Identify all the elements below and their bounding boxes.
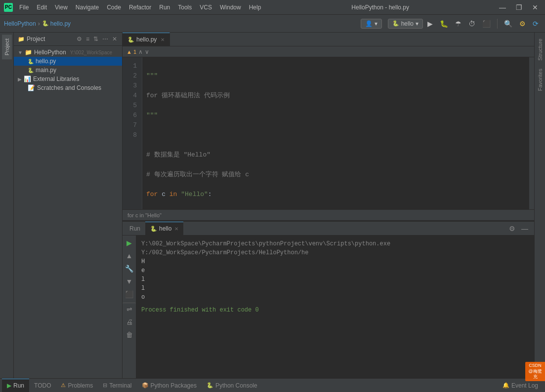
user-button[interactable]: 👤 ▾ <box>361 19 382 29</box>
problems-tab[interactable]: ⚠ Problems <box>56 379 98 392</box>
panel-settings-btn[interactable]: ⚙ <box>76 35 83 43</box>
code-line-2: for 循环基础用法 代码示例 <box>146 91 525 101</box>
line-num-1: 1 <box>123 61 140 71</box>
panel-collapse-btn[interactable]: ≡ <box>85 35 90 43</box>
code-editor[interactable]: """ for 循环基础用法 代码示例 """ # 数据集是 "Hello" #… <box>142 57 529 209</box>
far-right-tabs: Structure Favorites <box>534 33 545 378</box>
coverage-button[interactable]: ☂ <box>453 18 464 29</box>
breadcrumb-file[interactable]: hello.py <box>50 20 71 27</box>
warning-nav-down[interactable]: ∨ <box>145 48 149 55</box>
run-config-arrow: ▾ <box>416 20 419 27</box>
user-dropdown-arrow: ▾ <box>375 20 377 27</box>
menu-refactor[interactable]: Refactor <box>126 3 155 12</box>
menu-window[interactable]: Window <box>216 3 245 12</box>
update-button[interactable]: ⟳ <box>530 18 541 29</box>
tree-scratches[interactable]: 📝 Scratches and Consoles <box>14 83 122 92</box>
bottom-minus-btn[interactable]: — <box>519 224 530 234</box>
editor-scrollbar[interactable] <box>529 57 534 209</box>
file-hello-label: hello.py <box>36 58 56 65</box>
warning-nav-up[interactable]: ∧ <box>138 48 143 55</box>
project-panel: 📁 Project ⚙ ≡ ⇅ ⋯ ✕ ▼ 📁 HelloPython Y:\0… <box>14 33 123 378</box>
favorites-tab[interactable]: Favorites <box>536 65 545 95</box>
left-sidebar-tabs: Project <box>0 33 14 378</box>
tree-root[interactable]: ▼ 📁 HelloPython Y:\002_WorkSpace <box>14 48 122 57</box>
code-line-5: # 数据集是 "Hello" <box>146 150 525 160</box>
menu-navigate[interactable]: Navigate <box>72 3 102 12</box>
python-console-tab[interactable]: 🐍 Python Console <box>202 379 262 392</box>
watermark: CSDN @梅鹭充 <box>525 362 545 381</box>
line-num-6: 6 <box>123 111 140 120</box>
menu-vcs[interactable]: VCS <box>196 3 215 12</box>
debug-button[interactable]: 🐛 <box>437 18 451 29</box>
event-log-label: Event Log <box>511 382 538 389</box>
rerun-button[interactable]: ▶ <box>125 237 133 248</box>
run-tools-tab[interactable]: ▶ Run <box>2 379 29 392</box>
bottom-gear-btn[interactable]: ⚙ <box>507 224 517 234</box>
project-tab[interactable]: Project <box>2 35 12 59</box>
run-config-button[interactable]: 🐍 hello ▾ <box>388 19 423 29</box>
project-panel-title: Project <box>27 36 74 42</box>
code-line-6: # 每次遍历取出一个字符 赋值给 c <box>146 170 525 180</box>
warning-count: ▲ 1 <box>126 49 136 55</box>
tree-external-libs[interactable]: ▶ 📊 External Libraries <box>14 75 122 83</box>
wrap-button[interactable]: ⇌ <box>123 303 136 314</box>
breadcrumb: HelloPython › 🐍 hello.py <box>4 20 71 27</box>
bottom-panel: Run 🐍 hello ✕ ⚙ — ▶ <box>123 220 534 378</box>
menu-code[interactable]: Code <box>103 3 125 12</box>
event-log-icon: 🔔 <box>503 382 509 389</box>
hello-run-tab[interactable]: 🐍 hello ✕ <box>145 222 183 235</box>
python-packages-tab[interactable]: 📦 Python Packages <box>137 379 202 392</box>
root-chevron: ▼ <box>18 50 23 55</box>
restore-button[interactable]: ❐ <box>513 2 525 12</box>
search-everywhere-button[interactable]: 🔍 <box>502 18 515 29</box>
process-finished-msg: Process finished with exit code 0 <box>141 306 529 314</box>
breadcrumb-project[interactable]: HelloPython <box>4 20 36 27</box>
scroll-up-button[interactable]: ▲ <box>125 250 134 261</box>
run-config-label: hello <box>401 20 414 27</box>
minimize-button[interactable]: — <box>496 2 509 12</box>
scroll-down-button[interactable]: ▼ <box>125 276 134 287</box>
output-l1: l <box>141 275 529 284</box>
tab-py-icon: 🐍 <box>127 37 134 43</box>
bottom-content: ▶ ▲ 🔧 ▼ ⬛ ⇌ 🖨 🗑 Y:\002_WorkSpace\Pycharm… <box>123 235 534 378</box>
print-button[interactable]: 🖨 <box>125 316 134 327</box>
problems-icon: ⚠ <box>61 382 66 389</box>
menu-edit[interactable]: Edit <box>33 3 50 12</box>
panel-expand-btn[interactable]: ⇅ <box>92 35 99 43</box>
menu-tools[interactable]: Tools <box>174 3 195 12</box>
panel-close-btn[interactable]: ✕ <box>111 35 118 43</box>
run-button[interactable]: ▶ <box>425 18 435 29</box>
project-panel-header: 📁 Project ⚙ ≡ ⇅ ⋯ ✕ <box>14 33 122 46</box>
tree-file-main[interactable]: 🐍 main.py <box>14 66 122 75</box>
terminal-tab-label: Terminal <box>109 382 131 389</box>
structure-tab[interactable]: Structure <box>536 35 545 65</box>
tree-file-hello[interactable]: 🐍 hello.py <box>14 57 122 66</box>
clear-button[interactable]: 🗑 <box>125 329 134 340</box>
profile-button[interactable]: ⏱ <box>466 18 478 29</box>
hello-tab-close[interactable]: ✕ <box>174 226 178 232</box>
menu-view[interactable]: View <box>51 3 71 12</box>
toolbar-right: 👤 ▾ 🐍 hello ▾ ▶ 🐛 ☂ ⏱ ⬛ 🔍 ⚙ ⟳ <box>361 18 541 29</box>
file-py-icon-main: 🐍 <box>28 68 34 73</box>
panel-more-btn[interactable]: ⋯ <box>101 35 109 43</box>
settings-button[interactable]: ⚙ <box>517 18 528 29</box>
stop-button[interactable]: ⬛ <box>480 18 493 29</box>
todo-tab[interactable]: TODO <box>29 379 56 392</box>
run-tab-label[interactable]: Run <box>125 222 145 235</box>
menu-run[interactable]: Run <box>156 3 173 12</box>
close-button[interactable]: ✕ <box>529 2 541 12</box>
ext-libs-chevron: ▶ <box>18 77 22 82</box>
wrench-button[interactable]: 🔧 <box>124 263 135 274</box>
menu-file[interactable]: File <box>16 3 32 12</box>
code-line-7: for c in "Hello": <box>146 190 525 199</box>
editor-tabs: 🐍 hello.py ✕ <box>123 33 534 46</box>
stop-run-button[interactable]: ⬛ <box>124 289 135 300</box>
tab-close-icon[interactable]: ✕ <box>161 37 165 42</box>
terminal-tab[interactable]: ⊟ Terminal <box>98 379 136 392</box>
file-main-label: main.py <box>36 67 56 74</box>
menu-help[interactable]: Help <box>246 3 265 12</box>
file-py-icon-hello: 🐍 <box>28 59 34 64</box>
bottom-tools-bar: ▶ Run TODO ⚠ Problems ⊟ Terminal 📦 Pytho… <box>0 378 545 392</box>
python-console-icon: 🐍 <box>207 382 213 389</box>
editor-tab-hello[interactable]: 🐍 hello.py ✕ <box>123 33 170 46</box>
